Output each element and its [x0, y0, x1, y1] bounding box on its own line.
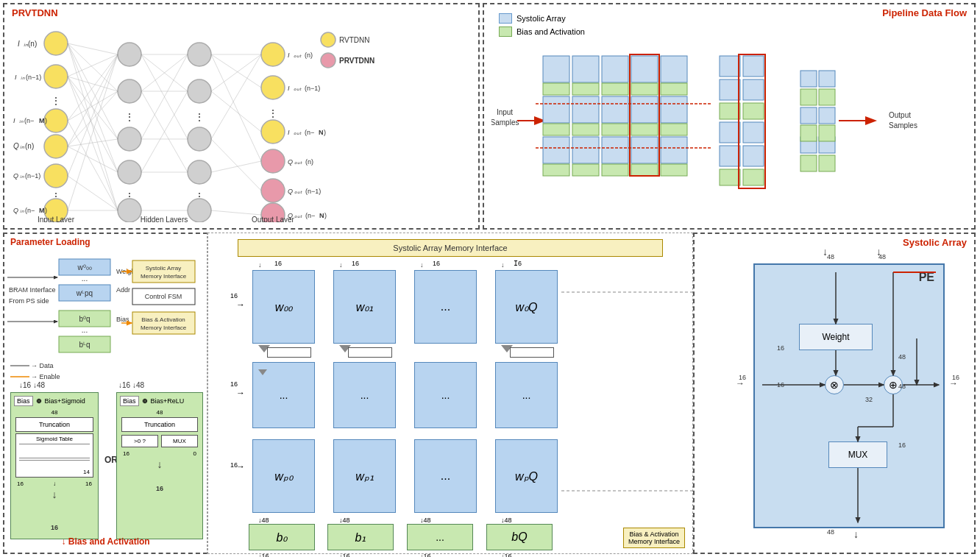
svg-text:Memory Interface: Memory Interface	[141, 273, 187, 280]
svg-rect-176	[819, 89, 835, 105]
svg-rect-163	[743, 146, 764, 166]
svg-rect-179	[800, 155, 817, 171]
svg-text:Memory Interface: Memory Interface	[141, 324, 187, 331]
svg-rect-147	[602, 124, 628, 135]
param-loading-diagram: BRAM Interface From PS side w⁰₀₀ ... wᴸp…	[7, 252, 205, 384]
svg-line-111	[211, 54, 261, 139]
cell-wPQ: wₚQ	[515, 469, 538, 483]
svg-text:⋮: ⋮	[268, 107, 278, 119]
bias-b0: b₀	[277, 531, 288, 544]
svg-point-118	[321, 32, 335, 47]
bias-bdot: ...	[436, 531, 444, 543]
svg-text:(n−1): (n−1)	[305, 188, 321, 195]
svg-text:Samples: Samples	[491, 118, 519, 127]
svg-text:): )	[45, 207, 47, 214]
svg-text:Bias: Bias	[116, 316, 129, 323]
svg-line-74	[68, 43, 118, 54]
svg-rect-136	[572, 137, 599, 163]
svg-text:(n−: (n−	[25, 207, 35, 214]
svg-rect-152	[602, 164, 628, 176]
svg-text:...: ...	[82, 274, 88, 283]
svg-text:(n): (n)	[305, 52, 313, 59]
svg-rect-162	[720, 146, 740, 166]
svg-rect-158	[720, 79, 740, 100]
svg-text:Control FSM: Control FSM	[145, 293, 182, 300]
svg-text:From PS side: From PS side	[9, 297, 49, 305]
cell-w01: w₀₁	[356, 300, 374, 314]
svg-line-113	[211, 161, 261, 172]
svg-text:Q: Q	[13, 142, 19, 150]
svg-text:Q: Q	[288, 188, 293, 195]
svg-point-5	[44, 164, 68, 188]
svg-text:ᵢₙ: ᵢₙ	[21, 74, 25, 81]
svg-text:(n): (n)	[305, 158, 313, 166]
svg-text:ₒᵤₜ: ₒᵤₜ	[294, 129, 302, 136]
svg-rect-165	[743, 103, 764, 119]
svg-point-40	[188, 127, 211, 151]
legend-systolic: Systolic Array	[516, 14, 566, 23]
svg-rect-159	[743, 79, 764, 100]
cell-dot: ...	[441, 300, 450, 313]
cell-w0Q: w₀Q	[516, 300, 538, 314]
svg-text:Bias & Activation: Bias & Activation	[141, 316, 185, 323]
svg-text:Hidden Layers: Hidden Layers	[141, 216, 188, 222]
svg-line-114	[211, 210, 261, 215]
svg-rect-169	[800, 71, 817, 87]
svg-point-1	[44, 65, 68, 88]
svg-text:Q: Q	[13, 207, 18, 214]
svg-line-81	[68, 77, 118, 139]
svg-text:ₒᵤₜ: ₒᵤₜ	[294, 212, 302, 219]
svg-text:I: I	[18, 40, 20, 48]
svg-text:Q: Q	[288, 158, 293, 166]
pipeline-diagram: Input Samples	[491, 41, 962, 218]
panel-prvtdnn: PRVTDNN ⋮ ⋮ I ᵢₙ (n) I ᵢₙ (	[3, 3, 480, 230]
svg-text:RVTDNN: RVTDNN	[339, 36, 369, 44]
svg-point-38	[188, 79, 211, 103]
svg-rect-149	[661, 124, 687, 135]
svg-text:(n): (n)	[28, 40, 37, 48]
svg-rect-139	[661, 137, 687, 163]
svg-point-33	[118, 127, 141, 151]
svg-rect-140	[543, 83, 569, 95]
svg-text:ₒᵤₜ: ₒᵤₜ	[294, 158, 302, 166]
svg-rect-141	[572, 83, 599, 95]
svg-text:⋮: ⋮	[194, 111, 205, 123]
cell-wP0: wₚ₀	[274, 469, 293, 483]
svg-point-48	[261, 149, 285, 173]
svg-text:N: N	[319, 129, 324, 136]
svg-point-34	[118, 160, 141, 184]
svg-rect-172	[819, 107, 835, 124]
svg-rect-175	[800, 89, 817, 105]
svg-point-45	[261, 76, 285, 99]
svg-rect-144	[661, 83, 687, 95]
svg-point-49	[261, 179, 285, 202]
svg-point-44	[261, 43, 285, 66]
svg-text:ᵢₙ: ᵢₙ	[20, 207, 24, 214]
svg-rect-132	[602, 96, 628, 123]
svg-rect-170	[819, 71, 835, 87]
svg-text:Q: Q	[13, 172, 18, 180]
bias-activation-title: ↓ Bias and Activation	[61, 536, 149, 547]
svg-rect-145	[543, 124, 569, 135]
panel-param-loading: Parameter Loading BRAM Interface From PS…	[3, 233, 207, 554]
svg-text:Input: Input	[497, 108, 513, 116]
svg-text:→ Enable: → Enable	[31, 373, 60, 380]
svg-rect-142	[602, 83, 628, 95]
svg-text:ᵢₙ: ᵢₙ	[20, 172, 24, 180]
svg-line-108	[211, 54, 261, 161]
svg-text:): )	[45, 117, 47, 124]
svg-point-30	[118, 43, 141, 66]
svg-line-112	[211, 139, 261, 191]
svg-rect-178	[819, 125, 835, 141]
svg-text:(n−: (n−	[305, 212, 315, 219]
svg-text:...: ...	[82, 326, 88, 334]
svg-text:ᵢₙ: ᵢₙ	[20, 142, 25, 150]
svg-line-92	[68, 176, 118, 210]
svg-text:): )	[324, 212, 327, 219]
svg-text:b⁰q: b⁰q	[79, 315, 90, 323]
nn-diagram: ⋮ ⋮ I ᵢₙ (n) I ᵢₙ (n−1) I ᵢₙ (n− M ) Q ᵢ…	[12, 18, 380, 222]
svg-point-120	[321, 53, 335, 68]
svg-rect-125	[543, 56, 569, 82]
svg-rect-148	[631, 124, 658, 135]
svg-rect-134	[661, 96, 687, 123]
